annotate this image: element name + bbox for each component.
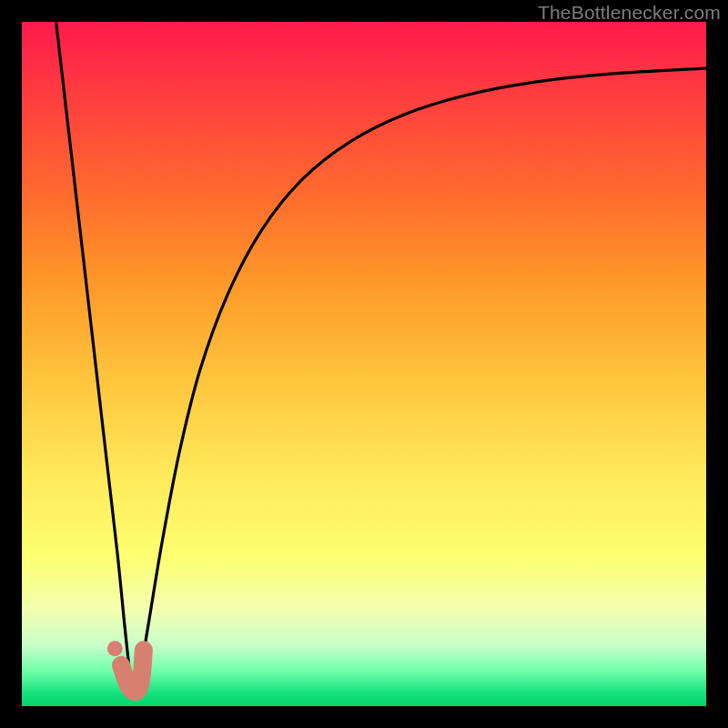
marker-j-curve (121, 650, 144, 692)
curves-layer (22, 22, 706, 706)
left-branch-curve (56, 22, 130, 675)
svg-point-0 (107, 641, 123, 656)
right-branch-curve (138, 68, 706, 685)
marker-dot (107, 641, 123, 656)
watermark-text: TheBottlenecker.com (538, 2, 721, 24)
plot-area (22, 22, 706, 706)
chart-frame: TheBottlenecker.com (0, 0, 728, 728)
